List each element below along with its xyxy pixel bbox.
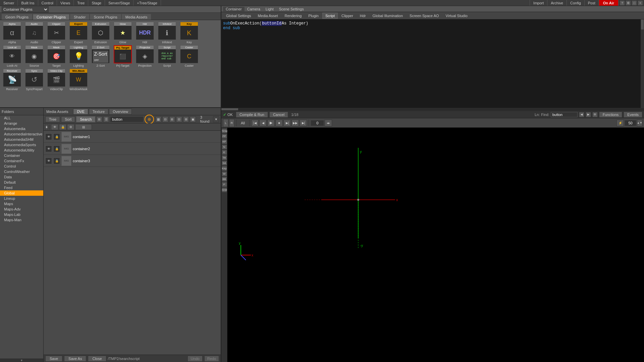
folder-lineup[interactable]: Lineup	[0, 196, 43, 201]
folder-maps[interactable]: Maps	[0, 201, 43, 206]
tab-camera[interactable]: Camera	[245, 7, 263, 11]
folder-container[interactable]: Container	[0, 153, 43, 158]
gutter-sa[interactable]: SA	[222, 161, 227, 166]
folder-astucemedia-interactive[interactable]: AstucemediaInteractive	[0, 131, 43, 137]
close-button[interactable]: Close	[88, 356, 106, 362]
menu-tree[interactable]: Tree	[74, 0, 88, 6]
gutter-w[interactable]: W	[222, 171, 227, 176]
viewport-3d[interactable]: y x -y	[227, 128, 644, 362]
subtab-virtual-studio[interactable]: Virtual Studio	[443, 13, 471, 19]
speed-control[interactable]: ⚡	[616, 120, 624, 126]
plugin-infotext[interactable]: Infotext ℹ Infotext	[157, 22, 177, 44]
cancel-script-button[interactable]: Cancel	[269, 112, 288, 118]
view-grid-icon-3[interactable]: ⊟	[176, 116, 182, 122]
plugin-videoclip[interactable]: Video Clip 🎬 VideoClip	[46, 69, 67, 91]
folder-astucemedia-shm[interactable]: AstucemediaSHM	[0, 137, 43, 142]
functions-button[interactable]: Functions	[599, 112, 623, 118]
plugin-target[interactable]: Mask 🎯 Target	[46, 45, 67, 67]
plugin-lighting[interactable]: Lighting 💡 Lighting	[68, 45, 89, 67]
find-input[interactable]	[551, 112, 578, 117]
search-button[interactable]: Search	[76, 116, 95, 122]
tab-geom-plugins[interactable]: Geom Plugins	[2, 14, 32, 20]
tab-scene-plugins[interactable]: Scene Plugins	[90, 14, 121, 20]
folder-feed[interactable]: Feed	[0, 185, 43, 190]
plugin-windowmask[interactable]: Win.Mask W WindowMask	[68, 69, 89, 91]
tab-light[interactable]: Light	[263, 7, 276, 11]
result-row-container2[interactable]: 👁 🔒 IMG container2	[44, 143, 221, 155]
folder-all[interactable]: ALL	[0, 115, 43, 121]
menu-import[interactable]: Import	[530, 0, 547, 6]
folder-controlweather[interactable]: ControlWeather	[0, 169, 43, 174]
ma-tab-texture[interactable]: Texture	[89, 109, 108, 115]
folder-containerfx[interactable]: ContainerFx	[0, 158, 43, 164]
subtab-screen-space-ao[interactable]: Screen Space AO	[407, 13, 442, 19]
tab-scene-settings[interactable]: Scene Settings	[276, 7, 307, 11]
plugin-script[interactable]: Script dim a asregisterend sub Script	[157, 45, 177, 67]
view-grid-icon-4[interactable]: ⊞	[183, 116, 189, 122]
result-icon-preview[interactable]: ▤	[75, 124, 92, 130]
timeline-prev-frame[interactable]: ◀	[259, 120, 267, 126]
plugin-sync[interactable]: Sync ↺ SyncPrepart	[24, 69, 45, 91]
timeline-next-frame[interactable]: ▶|	[283, 120, 291, 126]
plugin-receiver[interactable]: Receiver 📡 Receiver	[2, 69, 22, 91]
gutter-pp[interactable]: PP	[222, 134, 227, 139]
folder-maps-lab[interactable]: Maps-Lab	[0, 212, 43, 217]
save-as-button[interactable]: Save As	[64, 356, 86, 362]
plugin-prj-target[interactable]: Prj. Target ⬛ Prj-Target	[112, 45, 133, 67]
gutter-n[interactable]: N	[222, 144, 227, 149]
subtab-media-asset[interactable]: Media Asset	[255, 13, 281, 19]
plugin-look-at[interactable]: Look at 👁 Look-At	[2, 45, 22, 67]
timeline-end[interactable]: ▶|	[300, 120, 307, 126]
compile-run-button[interactable]: Compile & Run	[236, 112, 268, 118]
result-row-container3[interactable]: 👁 🔒 IMG container3	[44, 155, 221, 167]
gutter-snap[interactable]: Snap	[222, 128, 227, 133]
view-grid-icon-2[interactable]: ⊞	[169, 116, 175, 122]
subtab-script[interactable]: Script	[322, 13, 338, 19]
gutter-kp[interactable]: KP	[222, 139, 227, 144]
gutter-bb[interactable]: BB	[222, 177, 227, 182]
help-icon[interactable]: ?	[620, 0, 625, 6]
timeline-stop[interactable]: ■	[275, 120, 283, 126]
plugin-clipper[interactable]: Clipper ✂ Clipper	[46, 22, 67, 44]
timeline-play[interactable]: ▶	[267, 120, 275, 126]
plugin-caster[interactable]: Caster C Caster	[179, 45, 200, 67]
menu-post[interactable]: Post	[584, 0, 599, 6]
folder-maps-man[interactable]: Maps-Man	[0, 217, 43, 223]
plugin-source[interactable]: Mask ◉ Source	[24, 45, 45, 67]
gutter-e[interactable]: E	[222, 150, 227, 155]
gutter-ta[interactable]: TA	[222, 155, 227, 160]
plugin-glow[interactable]: Glow ★ Glow	[112, 22, 133, 44]
result-icon-lock[interactable]: 🔒	[59, 124, 66, 130]
folder-astucemedia-utility[interactable]: AstucemediaUtility	[0, 147, 43, 153]
plugin-projection[interactable]: Projector ◈ Projection	[135, 45, 155, 67]
find-prev[interactable]: ◀	[579, 112, 584, 117]
menu-config[interactable]: Config	[567, 0, 584, 6]
folder-global[interactable]: Global	[0, 190, 43, 196]
plugin-expert[interactable]: Expert E Expert	[68, 22, 89, 44]
find-next[interactable]: ▶	[586, 112, 591, 117]
folder-arrange[interactable]: Arrange	[0, 121, 43, 126]
plugin-key[interactable]: Key K Key	[179, 22, 200, 44]
circle-search-button[interactable]: ⊛	[145, 115, 154, 124]
plugin-zsort[interactable]: Z-Sort Z-SortOFF Z-Sort	[90, 45, 111, 67]
timeline-forward[interactable]: ▶▶	[291, 120, 299, 126]
find-options[interactable]: ⚙	[592, 112, 598, 117]
plugin-extrusion[interactable]: Extrusion ⬡ Extrusion	[90, 22, 111, 44]
view-list-icon[interactable]: ▦	[156, 116, 162, 122]
view-icon-1[interactable]: ⊞	[96, 116, 102, 122]
redo-button[interactable]: Redo	[204, 356, 219, 362]
result-icon-eye[interactable]: 👁	[51, 124, 58, 130]
menu-server[interactable]: Server	[0, 0, 18, 6]
events-button[interactable]: Events	[624, 112, 642, 118]
folder-default[interactable]: Default	[0, 180, 43, 185]
sort-button[interactable]: Sort	[61, 116, 75, 122]
folder-astucemedia[interactable]: Astucemedia	[0, 126, 43, 131]
subtab-global-settings[interactable]: Global Settings	[223, 13, 254, 19]
gutter-p[interactable]: P	[222, 182, 227, 187]
subtab-clipper[interactable]: Clipper	[338, 13, 356, 19]
tree-button[interactable]: Tree	[45, 116, 60, 122]
tab-container-plugins[interactable]: Container Plugins	[33, 14, 69, 20]
folder-astucemedia-sports[interactable]: AstucemediaSports	[0, 142, 43, 147]
folder-maps-adv[interactable]: Maps-Adv	[0, 206, 43, 212]
tab-container[interactable]: Container	[223, 7, 245, 11]
